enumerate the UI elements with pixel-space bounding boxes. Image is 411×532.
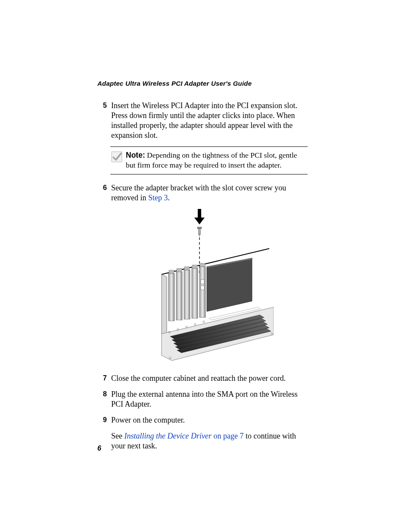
note-text: Note: Depending on the tightness of the … [126, 150, 306, 170]
svg-rect-9 [176, 272, 182, 320]
svg-rect-17 [201, 280, 204, 284]
note-block: Note: Depending on the tightness of the … [110, 146, 308, 174]
svg-rect-13 [192, 268, 198, 318]
svg-rect-18 [201, 286, 204, 290]
svg-rect-14 [192, 265, 197, 268]
svg-point-23 [203, 321, 205, 323]
svg-rect-7 [168, 274, 174, 321]
step-6: 6 Secure the adapter bracket with the sl… [97, 183, 308, 203]
svg-rect-15 [199, 267, 206, 317]
note-body: Depending on the tightness of the PCI sl… [126, 151, 297, 169]
svg-rect-16 [200, 263, 205, 267]
step-number: 5 [97, 101, 107, 109]
step6-prefix: Secure the adapter bracket with the slot… [111, 184, 286, 202]
step-number: 8 [97, 389, 107, 398]
running-header: Adaptec Ultra Wireless PCI Adapter User'… [97, 80, 308, 87]
step-body: Insert the Wireless PCI Adapter into the… [111, 101, 308, 140]
step-number: 6 [97, 183, 107, 192]
svg-rect-8 [169, 270, 174, 274]
install-driver-link[interactable]: Installing the Device Driver [125, 432, 212, 440]
svg-rect-1 [198, 209, 201, 218]
step-body: Close the computer cabinet and reattach … [111, 373, 286, 383]
document-page: Adaptec Ultra Wireless PCI Adapter User'… [0, 0, 411, 532]
note-label: Note: [126, 151, 145, 159]
svg-rect-12 [184, 267, 190, 270]
svg-point-22 [194, 324, 196, 325]
step-8: 8 Plug the external antenna into the SMA… [97, 389, 308, 409]
svg-marker-5 [199, 234, 201, 236]
cont-prefix: See [111, 432, 125, 440]
step-body: Power on the computer. [111, 415, 185, 425]
svg-rect-3 [197, 227, 202, 229]
figure-pci-install [110, 209, 308, 366]
svg-point-21 [186, 326, 187, 328]
svg-marker-2 [194, 218, 205, 224]
step-9: 9 Power on the computer. [97, 415, 308, 425]
step-number: 7 [97, 373, 107, 382]
step6-suffix: . [168, 193, 170, 202]
page-number: 6 [97, 445, 101, 452]
continuation-paragraph: See Installing the Device Driver on page… [111, 431, 308, 451]
step3-link[interactable]: Step 3 [148, 193, 168, 202]
note-checkmark-icon [111, 151, 122, 162]
step-5: 5 Insert the Wireless PCI Adapter into t… [97, 101, 308, 140]
install-driver-link-page[interactable]: on page 7 [212, 432, 243, 440]
svg-rect-10 [177, 268, 182, 272]
step-body: Plug the external antenna into the SMA p… [111, 389, 308, 409]
svg-rect-4 [199, 229, 201, 234]
step-body: Secure the adapter bracket with the slot… [111, 183, 308, 203]
svg-rect-11 [184, 270, 190, 319]
pci-bracket-illustration-icon [144, 209, 274, 364]
step-number: 9 [97, 415, 107, 424]
step-7: 7 Close the computer cabinet and reattac… [97, 373, 308, 383]
